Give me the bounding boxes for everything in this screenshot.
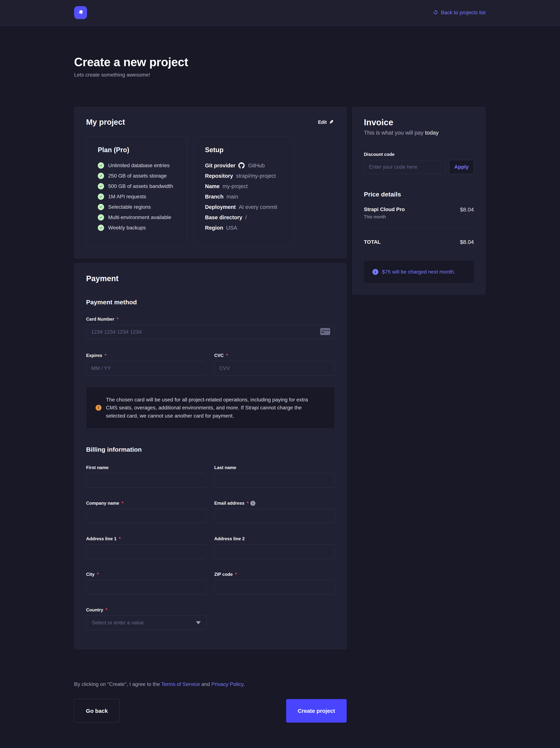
setup-row: Base directory / xyxy=(205,214,283,220)
agreement-suffix: . xyxy=(243,681,245,687)
plan-feature-item: 250 GB of assets storage xyxy=(98,173,175,179)
address-line-2-field: Address line 2 xyxy=(214,536,335,559)
total-label: TOTAL xyxy=(364,239,381,245)
discount-code-input[interactable] xyxy=(364,160,446,174)
card-usage-notice: ! The chosen card will be used for all p… xyxy=(86,387,335,428)
setup-row-label: Region xyxy=(205,225,223,231)
address-line-1-input[interactable] xyxy=(86,544,206,559)
agreement-text: By clicking on "Create", I agree to the … xyxy=(74,681,347,687)
zip-code-input[interactable] xyxy=(214,580,335,594)
setup-row-value: my-project xyxy=(223,183,248,189)
total-amount: $8.04 xyxy=(460,239,474,245)
check-circle-icon xyxy=(98,162,104,169)
company-name-field: Company name* xyxy=(86,500,206,523)
plan-feature-label: 1M API requests xyxy=(108,194,146,200)
plan-feature-item: 1M API requests xyxy=(98,193,175,200)
plan-summary-box: Plan (Pro) Unlimited database entries 25… xyxy=(86,136,187,246)
required-marker: * xyxy=(235,572,237,577)
check-circle-icon xyxy=(98,183,104,189)
agreement-prefix: By clicking on "Create", I agree to the xyxy=(74,681,161,687)
plan-feature-label: 500 GB of assets bandwidth xyxy=(108,183,173,189)
setup-row-label: Git provider xyxy=(205,163,235,169)
setup-row-label: Branch xyxy=(205,194,223,200)
email-address-input[interactable] xyxy=(214,509,335,523)
edit-project-button[interactable]: Edit ✎ xyxy=(317,119,335,125)
billing-field-label: Address line 1 xyxy=(86,536,117,541)
check-circle-icon xyxy=(98,225,104,231)
setup-row-label: Deployment xyxy=(205,204,236,210)
setup-row-value: GitHub xyxy=(248,163,265,169)
billing-field-label: Company name xyxy=(86,500,119,506)
required-marker: * xyxy=(119,536,121,541)
setup-summary-box: Setup Git provider GitHub Repository str… xyxy=(193,136,294,246)
invoice-total-row: TOTAL $8.04 xyxy=(364,239,474,245)
setup-row-label: Repository xyxy=(205,173,233,179)
card-number-field: Card Number* xyxy=(86,317,335,339)
setup-row: Branch main xyxy=(205,194,283,200)
terms-of-service-link[interactable]: Terms of Service xyxy=(161,681,200,687)
required-marker: * xyxy=(117,317,118,322)
privacy-policy-link[interactable]: Privacy Policy xyxy=(212,681,243,687)
price-details-title: Price details xyxy=(364,191,474,198)
agreement-middle: and xyxy=(200,681,211,687)
email-address-field: Email address* i xyxy=(214,500,335,523)
required-marker: * xyxy=(105,607,107,612)
setup-row-value: strapi/my-project xyxy=(236,173,275,179)
create-project-button[interactable]: Create project xyxy=(286,699,347,723)
billing-field-label: ZIP code xyxy=(214,572,233,577)
edit-label: Edit xyxy=(318,120,327,125)
back-to-projects-link[interactable]: Back to projects list xyxy=(433,9,486,16)
return-arrow-icon xyxy=(433,10,438,15)
required-marker: * xyxy=(226,353,228,358)
payment-card: Payment Payment method Card Number* xyxy=(74,263,347,649)
first-name-input[interactable] xyxy=(86,473,206,488)
card-number-input[interactable] xyxy=(86,325,335,339)
discount-code-label: Discount code xyxy=(364,152,394,157)
setup-row-value: At every commit xyxy=(239,204,277,210)
address-line-2-input[interactable] xyxy=(214,544,335,559)
first-name-field: First name xyxy=(86,465,206,488)
plan-feature-label: Weekly backups xyxy=(108,225,146,231)
setup-row-label: Name xyxy=(205,183,220,189)
zip-code-field: ZIP code* xyxy=(214,572,335,594)
billing-field-label: City xyxy=(86,572,94,577)
expires-input[interactable] xyxy=(86,361,206,375)
invoice-title: Invoice xyxy=(364,117,474,127)
plan-feature-label: Selectable regions xyxy=(108,204,151,210)
plan-feature-label: Multi-environment available xyxy=(108,214,171,220)
select-placeholder: Select or enter a value xyxy=(92,620,144,626)
company-name-input[interactable] xyxy=(86,509,206,523)
card-number-label: Card Number xyxy=(86,317,114,322)
city-input[interactable] xyxy=(86,580,206,594)
setup-row: Repository strapi/my-project xyxy=(205,173,283,179)
setup-row-value: USA xyxy=(226,225,237,231)
last-name-input[interactable] xyxy=(214,473,335,488)
setup-row-value: / xyxy=(245,214,247,220)
info-icon: i xyxy=(250,501,255,506)
setup-row-list: Git provider GitHub Repository strapi/my… xyxy=(205,162,283,231)
billing-field-label: Last name xyxy=(214,465,236,470)
plan-feature-item: Selectable regions xyxy=(98,204,175,210)
billing-field-label: First name xyxy=(86,465,108,470)
cvc-field: CVC* xyxy=(214,353,335,375)
billing-field-label: Country xyxy=(86,607,103,612)
price-item-amount: $8.04 xyxy=(460,207,474,213)
cvc-input[interactable] xyxy=(214,361,335,375)
plan-feature-item: Weekly backups xyxy=(98,225,175,231)
price-line-item: Strapi Cloud Pro This month $8.04 xyxy=(364,207,474,219)
invoice-divider xyxy=(364,228,474,228)
apply-discount-button[interactable]: Apply xyxy=(449,160,474,174)
plan-title: Plan (Pro) xyxy=(98,146,175,154)
my-project-card: My project Edit ✎ Plan (Pro) Unlimited d… xyxy=(74,107,347,258)
next-month-charge-text: $75 will be charged next month. xyxy=(382,269,455,275)
setup-row: Name my-project xyxy=(205,183,283,189)
top-navigation-bar: Back to projects list xyxy=(0,0,560,26)
my-project-title: My project xyxy=(86,118,125,126)
setup-row-label: Base directory xyxy=(205,214,242,220)
billing-field-label: Email address xyxy=(214,500,244,506)
form-footer: By clicking on "Create", I agree to the … xyxy=(74,681,347,748)
cvc-label: CVC xyxy=(214,353,224,358)
info-icon: i xyxy=(372,269,378,275)
go-back-button[interactable]: Go back xyxy=(74,699,120,723)
country-select[interactable]: Select or enter a value xyxy=(86,615,206,630)
